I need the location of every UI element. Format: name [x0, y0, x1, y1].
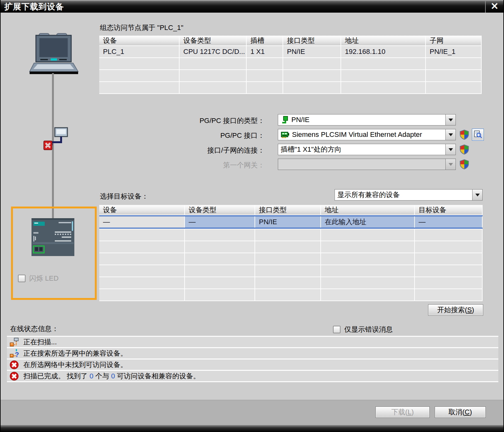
dialog-titlebar: 扩展下载到设备 ✕	[1, 0, 503, 13]
button-label: )	[411, 408, 414, 416]
errors-only-option: 仅显示错误消息	[333, 325, 393, 334]
svg-text:?: ?	[15, 351, 19, 358]
network-card-icon	[281, 131, 289, 139]
table-row-empty	[99, 253, 483, 265]
column-header: 接口类型	[255, 205, 320, 215]
close-icon: ✕	[490, 1, 498, 11]
column-header: 接口类型	[283, 36, 341, 45]
download-button: 下载(L)	[375, 406, 430, 418]
window-bottom-edge	[1, 425, 503, 432]
pnie-connector-icon	[281, 116, 289, 124]
column-header: 插槽	[247, 36, 283, 45]
pgpc-interface-value: Siemens PLCSIM Virtual Ethernet Adapter	[292, 131, 422, 139]
cell-slot: 1 X1	[247, 46, 283, 57]
button-label: 下载(	[392, 408, 408, 416]
table-header-row: 设备 设备类型 插槽 接口类型 地址 子网	[99, 36, 482, 45]
status-text: 扫描已完成。 找到了 0 个与 0 可访问设备相兼容的设备。	[23, 371, 200, 381]
online-status-heading: 在线状态信息：	[10, 324, 59, 334]
pgpc-type-label: PG/PC 接口的类型：	[127, 116, 265, 126]
column-header: 地址	[321, 205, 414, 215]
scan-icon	[9, 337, 19, 347]
status-message: 正在扫描...	[7, 337, 498, 348]
error-icon	[9, 371, 19, 381]
table-row-empty	[99, 289, 483, 301]
table-row-empty	[99, 70, 482, 81]
flash-led-label: 闪烁 LED	[29, 274, 59, 283]
extended-download-dialog: 扩展下载到设备 ✕	[0, 0, 504, 432]
column-header: 设备	[99, 36, 179, 45]
column-header: 地址	[341, 36, 425, 45]
dialog-content: 闪烁 LED 组态访问节点属于 "PLC_1" 设备 设备类型 插槽 接口类型 …	[1, 13, 503, 400]
column-header: 设备类型	[180, 36, 246, 45]
start-search-button[interactable]: 开始搜索(S)	[428, 304, 483, 316]
cell-device: PLC_1	[99, 46, 179, 57]
status-message: 在所选网络中未找到可访问设备。	[7, 359, 498, 371]
dialog-title: 扩展下载到设备	[4, 1, 64, 12]
cancel-button[interactable]: 取消(C)	[435, 406, 486, 418]
cell-device: —	[99, 216, 184, 228]
column-header: 设备类型	[185, 205, 255, 215]
pgpc-type-value: PN/IE	[291, 116, 309, 124]
table-row[interactable]: PLC_1 CPU 1217C DC/D... 1 X1 PN/IE 192.1…	[99, 46, 482, 57]
column-header: 目标设备	[415, 205, 482, 215]
browse-interfaces-button[interactable]	[472, 129, 484, 141]
button-label: )	[470, 408, 472, 416]
column-header: 子网	[426, 36, 481, 45]
pg-adapter-icon	[50, 127, 69, 154]
column-header: 设备	[99, 205, 184, 215]
flash-led-option: 闪烁 LED	[18, 274, 59, 283]
dialog-footer: 下载(L) 取消(C)	[1, 400, 503, 425]
security-shield-icon	[459, 144, 469, 156]
cell-target-device: —	[415, 216, 482, 228]
chevron-down-icon	[445, 159, 455, 170]
cell-address: 192.168.1.10	[341, 46, 425, 57]
table-row-empty	[99, 241, 483, 253]
button-accesskey: L	[408, 408, 411, 416]
table-row-empty	[99, 58, 482, 69]
table-row-empty	[99, 82, 482, 93]
button-label: 开始搜索(	[437, 306, 467, 314]
flash-led-checkbox[interactable]	[18, 275, 26, 282]
status-message: ? 正在搜索所选子网中的兼容设备。	[7, 348, 498, 359]
errors-only-checkbox[interactable]	[333, 326, 341, 333]
status-text: 正在扫描...	[23, 337, 57, 347]
search-question-icon: ?	[9, 349, 19, 358]
close-button[interactable]: ✕	[485, 1, 503, 13]
table-header-row: 设备 设备类型 接口类型 地址 目标设备	[99, 205, 483, 215]
errors-only-label: 仅显示错误消息	[344, 325, 393, 334]
table-row-empty	[99, 265, 483, 277]
cell-device-type: CPU 1217C DC/D...	[180, 46, 246, 57]
button-label: )	[472, 306, 474, 314]
button-accesskey: C	[465, 408, 470, 416]
accessible-nodes-heading: 组态访问节点属于 "PLC_1"	[100, 23, 183, 32]
compatible-devices-filter-dropdown[interactable]: 显示所有兼容的设备	[335, 189, 483, 201]
chevron-down-icon	[445, 129, 455, 140]
status-message: 扫描已完成。 找到了 0 个与 0 可访问设备相兼容的设备。	[7, 371, 498, 382]
connection-error-badge	[43, 141, 52, 151]
pgpc-interface-dropdown[interactable]: Siemens PLCSIM Virtual Ethernet Adapter	[278, 129, 456, 140]
cell-address-input[interactable]: 在此输入地址	[321, 216, 414, 228]
status-text: 正在搜索所选子网中的兼容设备。	[23, 349, 127, 358]
target-devices-table: 设备 设备类型 接口类型 地址 目标设备 — — PN/IE 在此输入地址 —	[99, 205, 483, 301]
table-row-empty	[99, 277, 483, 289]
accessible-nodes-table: 设备 设备类型 插槽 接口类型 地址 子网 PLC_1 CPU 1217C DC…	[99, 36, 482, 94]
status-text: 在所选网络中未找到可访问设备。	[23, 360, 127, 370]
cell-interface-type: PN/IE	[283, 46, 341, 57]
first-gateway-label: 第一个网关：	[127, 161, 265, 170]
chevron-down-icon	[445, 114, 455, 125]
error-icon	[9, 360, 19, 370]
status-message-list: 正在扫描... ? 正在搜索所选子网中的兼容设备。 在所选网络中未找到可访问设备…	[7, 336, 498, 382]
selected-target-row[interactable]: — — PN/IE 在此输入地址 —	[99, 215, 483, 229]
cell-subnet: PN/IE_1	[426, 46, 481, 57]
pgpc-interface-label: PG/PC 接口：	[127, 131, 265, 140]
cell-device-type: —	[185, 216, 255, 228]
subnet-connection-value: 插槽"1 X1"处的方向	[281, 145, 341, 154]
pgpc-type-dropdown[interactable]: PN/IE	[278, 114, 456, 126]
select-target-label: 选择目标设备：	[100, 192, 148, 201]
button-label: 取消(	[449, 408, 465, 416]
cell-interface-type: PN/IE	[255, 216, 320, 228]
first-gateway-dropdown	[278, 159, 456, 170]
magnifier-window-icon	[474, 130, 482, 138]
subnet-connection-dropdown[interactable]: 插槽"1 X1"处的方向	[278, 144, 456, 155]
pg-laptop-icon	[29, 32, 79, 77]
